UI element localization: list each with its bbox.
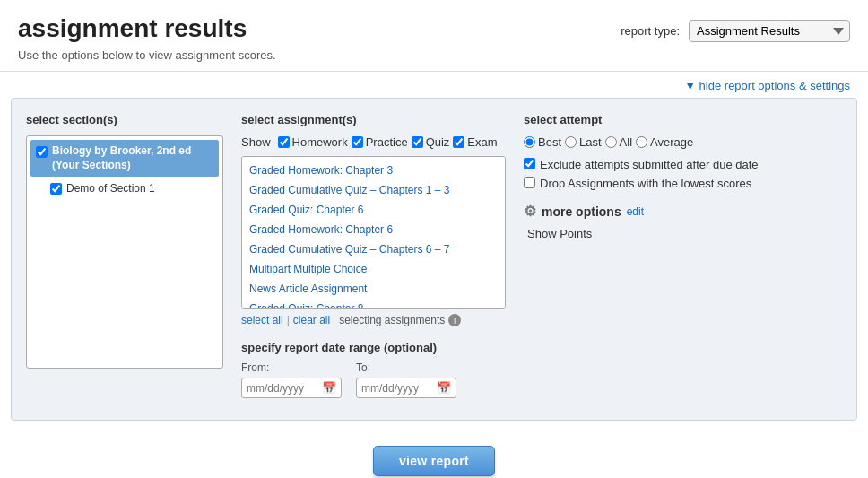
to-date-label: To: (356, 361, 456, 374)
drop-assignments-checkbox-label[interactable]: Drop Assignments with the lowest scores (524, 177, 842, 190)
section-list-box: Biology by Brooker, 2nd ed (Your Section… (26, 135, 223, 369)
report-type-select[interactable]: Assignment ResultsStudent ResultsAssignm… (689, 20, 850, 42)
attempt-average-radio[interactable]: Average (636, 135, 693, 149)
assignment-listbox[interactable]: Graded Homework: Chapter 3 Graded Cumula… (241, 156, 506, 309)
report-type-label: report type: (621, 24, 680, 38)
from-date-wrapper: 📅 (241, 378, 342, 398)
pipe-separator: | (287, 314, 290, 326)
from-date-input[interactable] (247, 382, 318, 395)
list-item[interactable]: Graded Homework: Chapter 6 (246, 220, 501, 239)
list-item[interactable]: Multipart Multiple Choice (246, 259, 501, 279)
list-item[interactable]: Graded Homework: Chapter 3 (246, 161, 501, 180)
info-icon[interactable]: i (448, 314, 461, 326)
date-range-title: specify report date range (optional) (241, 341, 506, 354)
section-panel-title: select section(s) (26, 113, 223, 126)
homework-filter[interactable]: Homework (278, 135, 348, 149)
list-item[interactable]: Graded Quiz: Chapter 6 (246, 200, 501, 220)
assignment-panel-title: select assignment(s) (241, 113, 506, 126)
exclude-attempts-checkbox[interactable] (524, 158, 535, 169)
homework-checkbox[interactable] (278, 136, 290, 148)
list-item[interactable]: Graded Cumulative Quiz – Chapters 6 – 7 (246, 239, 501, 259)
attempt-checkboxes: Exclude attempts submitted after due dat… (524, 158, 842, 190)
drop-assignments-checkbox[interactable] (524, 177, 535, 188)
list-item[interactable]: Graded Quiz: Chapter 8 (246, 299, 501, 309)
exam-filter[interactable]: Exam (453, 135, 497, 149)
more-options-edit-link[interactable]: edit (627, 205, 644, 218)
average-radio-input[interactable] (636, 136, 647, 148)
selecting-info: selecting assignments i (339, 314, 461, 326)
more-options-title: ⚙ more options edit (524, 203, 842, 220)
to-date-group: To: 📅 (356, 361, 456, 398)
quiz-filter[interactable]: Quiz (412, 135, 450, 149)
more-options-section: ⚙ more options edit Show Points (524, 203, 842, 240)
attempt-all-radio[interactable]: All (605, 135, 632, 149)
report-type-row: report type: Assignment ResultsStudent R… (621, 20, 850, 42)
quiz-checkbox[interactable] (412, 136, 423, 148)
exclude-attempts-checkbox-label[interactable]: Exclude attempts submitted after due dat… (524, 158, 842, 171)
section-parent-checkbox[interactable] (36, 146, 48, 158)
clear-all-link[interactable]: clear all (293, 314, 330, 326)
to-calendar-icon[interactable]: 📅 (437, 381, 451, 395)
all-radio-input[interactable] (605, 136, 617, 148)
date-range-section: specify report date range (optional) Fro… (241, 341, 506, 398)
from-date-group: From: 📅 (241, 361, 342, 398)
assignment-panel: select assignment(s) Show Homework Pract… (241, 113, 506, 405)
attempt-panel: select attempt Best Last All Average (524, 113, 842, 405)
from-calendar-icon[interactable]: 📅 (322, 381, 336, 395)
section-item-child[interactable]: Demo of Section 1 (30, 178, 219, 198)
view-report-button[interactable]: view report (373, 446, 495, 476)
page-subtitle: Use the options below to view assignment… (18, 48, 850, 62)
select-all-link[interactable]: select all (241, 314, 283, 326)
exam-checkbox[interactable] (453, 136, 464, 148)
date-inputs-row: From: 📅 To: 📅 (241, 361, 506, 398)
practice-checkbox[interactable] (352, 136, 363, 148)
section-item-parent[interactable]: Biology by Brooker, 2nd ed (Your Section… (30, 140, 219, 177)
hide-options-link[interactable]: hide report options & settings (684, 79, 850, 92)
practice-filter[interactable]: Practice (352, 135, 408, 149)
section-child-checkbox[interactable] (50, 183, 62, 195)
show-points-label: Show Points (527, 227, 842, 240)
selecting-label: selecting assignments (339, 314, 445, 326)
attempt-best-radio[interactable]: Best (524, 135, 561, 149)
section-child-label: Demo of Section 1 (66, 182, 155, 195)
best-radio-input[interactable] (524, 136, 535, 148)
to-date-wrapper: 📅 (356, 378, 456, 398)
last-radio-input[interactable] (565, 136, 577, 148)
attempt-panel-title: select attempt (524, 113, 842, 126)
attempt-last-radio[interactable]: Last (565, 135, 602, 149)
list-item[interactable]: News Article Assignment (246, 279, 501, 299)
gear-icon: ⚙ (524, 203, 536, 220)
from-date-label: From: (241, 361, 342, 374)
list-item[interactable]: Graded Cumulative Quiz – Chapters 1 – 3 (246, 180, 501, 200)
footer-row: view report (0, 431, 868, 478)
select-clear-row: select all | clear all selecting assignm… (241, 314, 506, 326)
section-parent-label: Biology by Brooker, 2nd ed (Your Section… (52, 144, 213, 172)
section-panel: select section(s) Biology by Brooker, 2n… (26, 113, 223, 405)
show-filters-row: Show Homework Practice Quiz Exam (241, 135, 506, 149)
show-label: Show (241, 135, 271, 149)
hide-options-row: hide report options & settings (0, 72, 868, 98)
attempt-radios: Best Last All Average (524, 135, 842, 149)
main-content-panel: select section(s) Biology by Brooker, 2n… (11, 98, 857, 421)
to-date-input[interactable] (361, 382, 433, 395)
